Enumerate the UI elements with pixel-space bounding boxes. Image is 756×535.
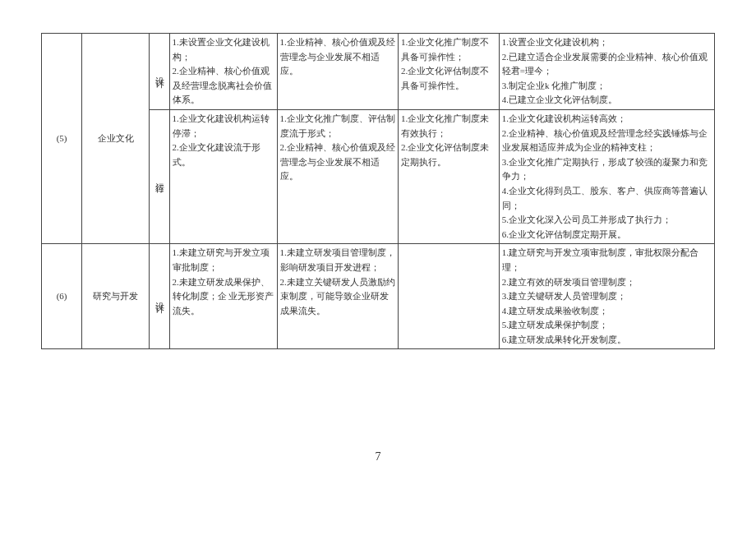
cell-content: 1.企业文化建设机构运转高效； 2.企业精神、核心价值观及经营理念经实践锤炼与企… (499, 109, 714, 243)
cell-content: 1.企业文化推广制度、评估制度流于形式； 2.企业精神、核心价值观及经营理念与企… (277, 109, 398, 243)
table-row: (5) 企业文化 设计 1.未设置企业文化建设机构； 2.企业精神、核心价值观及… (42, 34, 715, 110)
cell-content: 1.未建立研发项目管理制度，影响研发项目开发进程； 2.未建立关键研发人员激励约… (277, 244, 398, 349)
cell-content: 1.企业文化推广制度未有效执行； 2.企业文化评估制度未定期执行。 (399, 109, 500, 243)
phase-label-run: 运行 (150, 109, 170, 243)
risk-matrix-table: (5) 企业文化 设计 1.未设置企业文化建设机构； 2.企业精神、核心价值观及… (41, 33, 715, 349)
row-category: 研究与开发 (82, 244, 150, 349)
phase-label-design: 设计 (150, 34, 170, 110)
cell-content: 1.企业文化推广制度不具备可操作性； 2.企业文化评估制度不具备可操作性。 (399, 34, 500, 110)
row-index: (6) (42, 244, 82, 349)
cell-content: 1.未建立研究与开发立项审批制度； 2.未建立研发成果保护、转化制度；企 业无形… (169, 244, 277, 349)
cell-content: 1.建立研究与开发立项审批制度，审批权限分配合理； 2.建立有效的研发项目管理制… (499, 244, 714, 349)
page-number: 7 (41, 448, 715, 465)
phase-label-design: 设计 (150, 244, 170, 349)
cell-content: 1.企业精神、核心价值观及经营理念与企业发展不相适应。 (277, 34, 398, 110)
cell-content: 1.设置企业文化建设机构； 2.已建立适合企业发展需要的企业精神、核心价值观 轻… (499, 34, 714, 110)
cell-content: 1.企业文化建设机构运转停滞； 2.企业文化建设流于形式。 (169, 109, 277, 243)
row-index: (5) (42, 34, 82, 244)
cell-content (399, 244, 500, 349)
cell-content: 1.未设置企业文化建设机构； 2.企业精神、核心价值观及经营理念脱离社会价值体系… (169, 34, 277, 110)
row-category: 企业文化 (82, 34, 150, 244)
table-row: (6) 研究与开发 设计 1.未建立研究与开发立项审批制度； 2.未建立研发成果… (42, 244, 715, 349)
